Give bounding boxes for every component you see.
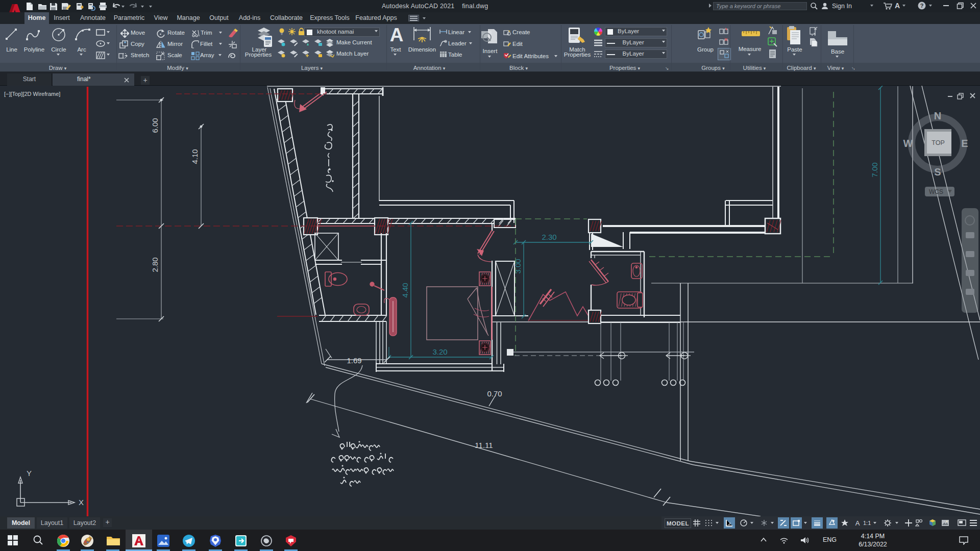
svg-text:2.80: 2.80 [151,257,159,272]
svg-text:TOP: TOP [932,139,944,146]
svg-text:4.40: 4.40 [401,283,409,297]
svg-text:Y: Y [27,469,32,478]
svg-text:?: ? [920,3,924,9]
svg-text:S: S [934,166,941,178]
svg-text:W: W [903,138,913,149]
svg-text:E: E [961,138,968,149]
svg-text:11.11: 11.11 [475,441,493,449]
svg-text:7.00: 7.00 [870,162,879,177]
svg-text:1.69: 1.69 [347,356,361,365]
svg-text:6.00: 6.00 [151,118,159,133]
svg-text:X: X [79,498,84,507]
svg-text:2.30: 2.30 [542,233,556,241]
svg-text:A: A [855,519,860,527]
svg-text:4.10: 4.10 [190,149,199,164]
svg-text:N: N [934,110,941,121]
svg-text:WCS: WCS [929,188,943,195]
svg-text:3.20: 3.20 [432,347,447,356]
svg-text:3.00: 3.00 [513,259,522,273]
